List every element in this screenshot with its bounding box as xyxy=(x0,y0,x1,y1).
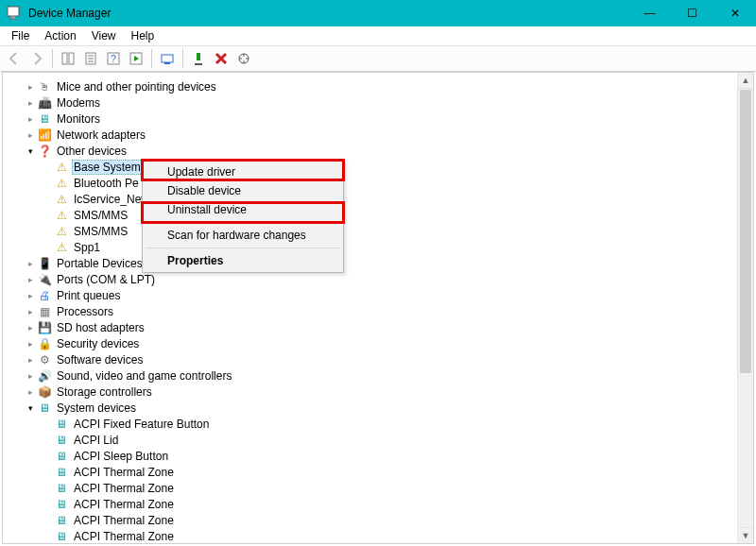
warning-icon: ⚠ xyxy=(54,208,69,223)
expand-icon[interactable]: ▸ xyxy=(24,112,37,126)
maximize-button[interactable]: ☐ xyxy=(671,0,713,26)
svg-rect-4 xyxy=(69,53,74,64)
context-menu-item[interactable]: Update driver xyxy=(145,162,341,181)
tree-node[interactable]: ▸⚠SMS/MMS xyxy=(3,223,737,239)
mouse-icon: 🖱 xyxy=(37,79,52,94)
properties-button[interactable] xyxy=(80,48,101,69)
tree-node[interactable]: ▸🔊Sound, video and game controllers xyxy=(3,367,737,384)
tree-node[interactable]: ▸🖥ACPI Thermal Zone xyxy=(3,528,737,543)
close-button[interactable]: ✕ xyxy=(713,0,756,26)
expand-icon[interactable]: ▸ xyxy=(24,305,37,318)
tree-node-label: Other devices xyxy=(55,145,129,158)
tree-node[interactable]: ▸▦Processors xyxy=(3,303,737,319)
tree-node[interactable]: ▸🖥ACPI Thermal Zone xyxy=(3,464,737,480)
tree-node[interactable]: ▸⚠Bluetooth Pe xyxy=(3,175,737,191)
show-hide-tree-button[interactable] xyxy=(58,48,78,69)
tree-node[interactable]: ▸🖨Print queues xyxy=(3,287,737,303)
context-menu-item[interactable]: Properties xyxy=(145,251,341,270)
tree-node[interactable]: ▾🖥System devices xyxy=(3,400,737,416)
expand-icon[interactable]: ▸ xyxy=(24,289,37,302)
svg-text:?: ? xyxy=(111,54,116,64)
collapse-icon[interactable]: ▾ xyxy=(24,145,37,158)
scan-hardware-button[interactable] xyxy=(233,48,254,69)
expand-icon[interactable]: ▸ xyxy=(24,353,37,367)
tree-node[interactable]: ▸⚠Base System Device xyxy=(3,159,737,175)
menu-view[interactable]: View xyxy=(84,27,124,44)
device-tree[interactable]: ▸🖱Mice and other pointing devices▸📠Modem… xyxy=(3,73,737,543)
system-icon: 🖥 xyxy=(54,529,69,544)
expand-icon[interactable]: ▸ xyxy=(24,385,37,399)
tree-node[interactable]: ▸🖱Mice and other pointing devices xyxy=(3,78,737,94)
menu-file[interactable]: File xyxy=(4,27,37,44)
tree-node[interactable]: ▸🖥ACPI Sleep Button xyxy=(3,448,737,464)
tree-node-label: ACPI Sleep Button xyxy=(72,450,170,463)
port-icon: 🔌 xyxy=(37,272,52,287)
tree-pane: ▸🖱Mice and other pointing devices▸📠Modem… xyxy=(2,72,754,544)
security-icon: 🔒 xyxy=(37,336,52,351)
menu-action[interactable]: Action xyxy=(37,27,83,44)
toolbar-separator xyxy=(182,49,183,68)
expand-icon[interactable]: ▸ xyxy=(24,369,37,383)
tree-node[interactable]: ▸📶Network adapters xyxy=(3,127,737,143)
tree-node[interactable]: ▸🖥ACPI Fixed Feature Button xyxy=(3,416,737,432)
modem-icon: 📠 xyxy=(37,95,52,111)
tree-node[interactable]: ▸⚠IcService_New xyxy=(3,191,737,207)
context-menu-item-label: Properties xyxy=(167,254,223,267)
tree-node[interactable]: ▸🖥ACPI Thermal Zone xyxy=(3,496,737,512)
tree-node-label: SD host adapters xyxy=(55,321,146,334)
tree-node[interactable]: ▸⚠Spp1 xyxy=(3,239,737,255)
tree-node[interactable]: ▸🖥Monitors xyxy=(3,111,737,127)
uninstall-device-button[interactable] xyxy=(211,48,232,69)
tree-node[interactable]: ▸🖥ACPI Thermal Zone xyxy=(3,512,737,528)
expand-icon[interactable]: ▸ xyxy=(24,273,37,286)
tree-node[interactable]: ▸🔒Security devices xyxy=(3,335,737,351)
expand-icon[interactable]: ▸ xyxy=(24,80,37,94)
scroll-up-button[interactable]: ▲ xyxy=(738,73,753,89)
minimize-button[interactable]: — xyxy=(628,0,671,26)
network-icon: 📶 xyxy=(37,128,52,143)
context-menu-item[interactable]: Scan for hardware changes xyxy=(145,226,341,245)
context-menu-item-label: Scan for hardware changes xyxy=(167,229,306,242)
context-menu-item[interactable]: Disable device xyxy=(145,181,341,200)
tree-node[interactable]: ▾❓Other devices xyxy=(3,143,737,159)
tree-node[interactable]: ▸💾SD host adapters xyxy=(3,319,737,335)
expand-icon[interactable]: ▸ xyxy=(24,337,37,350)
forward-button[interactable] xyxy=(26,48,47,69)
context-menu[interactable]: Update driverDisable deviceUninstall dev… xyxy=(142,160,344,273)
tree-node-label: ACPI Thermal Zone xyxy=(72,530,176,543)
menu-help[interactable]: Help xyxy=(124,27,163,44)
tree-node[interactable]: ▸🔌Ports (COM & LPT) xyxy=(3,271,737,287)
tree-node-label: SMS/MMS xyxy=(72,209,129,222)
tree-node[interactable]: ▸⚠SMS/MMS xyxy=(3,207,737,223)
tree-node[interactable]: ▸🖥ACPI Lid xyxy=(3,432,737,448)
menu-bar: File Action View Help xyxy=(0,26,756,45)
system-icon: 🖥 xyxy=(54,465,69,480)
context-menu-item[interactable]: Uninstall device xyxy=(145,200,341,219)
svg-rect-15 xyxy=(197,53,200,60)
system-icon: 🖥 xyxy=(54,417,69,432)
context-menu-separator xyxy=(146,247,339,248)
expand-icon[interactable]: ▸ xyxy=(24,96,37,110)
action-button[interactable] xyxy=(126,48,146,69)
update-driver-button[interactable] xyxy=(157,48,178,69)
scroll-thumb[interactable] xyxy=(740,90,751,373)
tree-node[interactable]: ▸⚙Software devices xyxy=(3,351,737,367)
expand-icon[interactable]: ▸ xyxy=(24,128,37,142)
back-button[interactable] xyxy=(4,48,25,69)
tree-node[interactable]: ▸📦Storage controllers xyxy=(3,384,737,400)
tree-node-label: Monitors xyxy=(55,112,102,126)
scroll-down-button[interactable]: ▼ xyxy=(738,527,753,543)
tree-node[interactable]: ▸📱Portable Devices xyxy=(3,255,737,271)
context-menu-item-label: Uninstall device xyxy=(167,203,247,216)
context-menu-item-label: Update driver xyxy=(167,165,235,179)
tree-node[interactable]: ▸📠Modems xyxy=(3,94,737,111)
expand-icon[interactable]: ▸ xyxy=(24,257,37,270)
svg-rect-3 xyxy=(62,53,67,64)
tree-node[interactable]: ▸🖥ACPI Thermal Zone xyxy=(3,480,737,496)
svg-rect-2 xyxy=(9,19,17,20)
vertical-scrollbar[interactable]: ▲ ▼ xyxy=(737,73,753,543)
expand-icon[interactable]: ▸ xyxy=(24,321,37,334)
enable-device-button[interactable] xyxy=(188,48,209,69)
help-button[interactable]: ? xyxy=(103,48,124,69)
collapse-icon[interactable]: ▾ xyxy=(24,401,37,415)
